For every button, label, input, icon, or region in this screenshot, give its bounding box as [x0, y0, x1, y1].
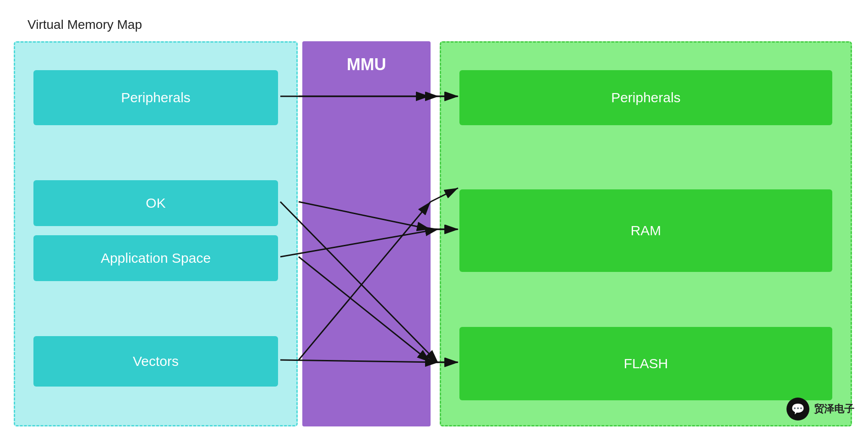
left-appspace-label: Application Space: [101, 250, 211, 266]
right-box-peripherals: Peripherals: [459, 70, 832, 125]
left-peripherals-label: Peripherals: [121, 90, 191, 105]
left-box-vectors: Vectors: [33, 336, 278, 387]
right-flash-label: FLASH: [624, 356, 668, 371]
page-title: Virtual Memory Map: [27, 17, 142, 32]
left-ok-label: OK: [146, 195, 165, 211]
right-ram-label: RAM: [631, 223, 661, 238]
watermark: 💬 贸泽电子: [786, 398, 854, 420]
watermark-text: 贸泽电子: [814, 402, 854, 416]
right-peripherals-label: Peripherals: [611, 90, 681, 105]
left-box-peripherals: Peripherals: [33, 70, 278, 125]
left-box-ok: OK: [33, 180, 278, 226]
left-box-appspace: Application Space: [33, 235, 278, 281]
left-vectors-label: Vectors: [133, 354, 179, 369]
right-panel: Peripherals RAM FLASH: [440, 41, 852, 426]
right-box-flash: FLASH: [459, 327, 832, 400]
mmu-label: MMU: [347, 55, 386, 74]
right-box-ram: RAM: [459, 189, 832, 272]
mmu-block: MMU: [302, 41, 431, 426]
watermark-icon: 💬: [786, 398, 809, 420]
left-panel: Peripherals OK Application Space Vectors: [14, 41, 298, 426]
